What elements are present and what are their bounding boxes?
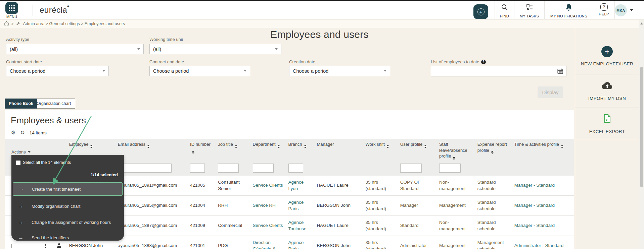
home-icon[interactable] xyxy=(4,21,9,27)
column-filter-input[interactable] xyxy=(190,164,205,173)
grid-menu-icon xyxy=(5,2,18,14)
creation-date-select[interactable]: Choose a period xyxy=(289,66,390,76)
my-tasks-button[interactable]: MY TASKS xyxy=(514,1,544,19)
cell-dept[interactable]: Direction Générale & xyxy=(253,240,288,249)
cell-expense: Standard schedule xyxy=(477,199,514,212)
cell-time[interactable]: Manager - Standard xyxy=(514,182,574,189)
help-button[interactable]: ? HELP xyxy=(593,1,614,19)
cell-job: RRH xyxy=(218,202,252,209)
cell-dept[interactable]: Service Clients xyxy=(253,182,288,189)
menu-item[interactable]: →Send the identifiers xyxy=(13,231,123,244)
sort-icon[interactable] xyxy=(235,145,237,148)
column-filter-input[interactable] xyxy=(218,164,239,173)
cell-id: 421005 xyxy=(190,182,218,189)
sort-icon[interactable] xyxy=(561,145,563,148)
sort-icon[interactable] xyxy=(192,151,194,154)
column-header[interactable]: Email address xyxy=(118,139,190,176)
menu-item[interactable]: →Create the first timesheet xyxy=(13,182,123,196)
cell-id: 421004 xyxy=(190,202,218,209)
cell-branch[interactable]: Agence Paris xyxy=(288,199,317,212)
chevron-down-icon xyxy=(137,48,140,50)
column-header[interactable]: User profile xyxy=(400,139,439,176)
import-dsn-button[interactable]: IMPORT MY DSN xyxy=(575,74,639,108)
scroll-up-arrow-icon[interactable] xyxy=(640,22,643,24)
column-header[interactable]: Branch xyxy=(288,139,317,176)
calendar-icon[interactable] xyxy=(557,68,564,75)
column-filter-input[interactable] xyxy=(439,164,461,173)
cell-time[interactable]: Administrator - Standard xyxy=(514,243,574,249)
cell-branch[interactable]: Agence Paris xyxy=(288,240,317,249)
my-notifications-button[interactable]: MY NOTIFICATIONS xyxy=(544,1,593,19)
cell-staff: Management xyxy=(439,243,477,249)
chevron-down-icon xyxy=(28,151,31,153)
cell-branch[interactable]: Agence Toulouse xyxy=(288,220,317,232)
menu-item[interactable]: →Modify organisation chart xyxy=(13,199,123,213)
activity-type-select[interactable]: (all) xyxy=(6,44,144,54)
scrollbar-thumb[interactable] xyxy=(640,67,643,187)
cell-expense: Standard schedule xyxy=(477,220,514,232)
column-filter-input[interactable] xyxy=(253,164,274,173)
sort-icon[interactable] xyxy=(277,145,280,148)
column-filter-input[interactable] xyxy=(118,164,172,173)
employees-to-date-label: List of employees to date ? xyxy=(431,59,486,64)
column-header[interactable]: ID number xyxy=(190,139,218,176)
find-button[interactable]: FIND xyxy=(495,1,514,19)
vertical-scrollbar[interactable] xyxy=(639,20,644,249)
column-header[interactable]: Expense report profile xyxy=(477,139,514,176)
cell-time[interactable]: Manager - Standard xyxy=(514,202,574,209)
cell-dept[interactable]: Service RH xyxy=(253,202,288,209)
help-badge-icon[interactable]: ? xyxy=(481,60,486,64)
working-time-unit-select[interactable]: (all) xyxy=(149,44,281,54)
column-header[interactable]: Staff leave/absence profile xyxy=(439,139,477,176)
help-icon: ? xyxy=(600,3,608,11)
column-header[interactable]: Time & activities profile xyxy=(514,139,574,176)
app-header: MENU eurécia✱ + FIND xyxy=(0,1,644,19)
cell-id: 421009 xyxy=(190,223,218,229)
cell-branch[interactable]: Agence Lyon xyxy=(288,179,317,192)
sort-icon[interactable] xyxy=(304,145,307,148)
cell-user: COPY OF Standard xyxy=(400,179,439,192)
column-header: Manager xyxy=(317,139,365,176)
breadcrumb[interactable]: > Admin area > General settings > Employ… xyxy=(0,20,639,28)
settings-gear-icon[interactable]: ⚙ xyxy=(11,130,15,135)
cell-email: ayouran05_1887@gmail.com xyxy=(118,223,190,229)
main-menu-button[interactable]: MENU xyxy=(4,2,19,19)
sort-icon[interactable] xyxy=(453,157,455,160)
excel-export-button[interactable]: x EXCEL EXPORT xyxy=(575,108,639,140)
sort-icon[interactable] xyxy=(386,145,389,148)
quick-add-button[interactable]: + xyxy=(467,1,495,19)
select-all-checkbox[interactable]: Select all the 14 elements xyxy=(16,160,71,165)
cell-time[interactable]: Manager - Standard xyxy=(514,223,574,229)
menu-label: MENU xyxy=(4,15,19,19)
column-header[interactable]: Department xyxy=(253,139,288,176)
cell-dept[interactable]: Service Clients xyxy=(253,223,288,229)
column-filter-input[interactable] xyxy=(288,164,303,173)
contract-end-label: Contract end date xyxy=(149,59,184,64)
display-button[interactable]: Display xyxy=(538,86,563,98)
chevron-down-icon xyxy=(630,9,633,11)
column-header[interactable]: Job title xyxy=(218,139,252,176)
refresh-icon[interactable]: ↻ xyxy=(20,130,25,135)
user-account-button[interactable]: MKA xyxy=(614,1,644,19)
chevron-down-icon xyxy=(244,70,246,72)
sort-icon[interactable] xyxy=(147,145,150,148)
sort-icon[interactable] xyxy=(424,145,427,148)
working-time-unit-label: Working time unit xyxy=(149,39,250,43)
employees-to-date-input[interactable] xyxy=(431,66,566,76)
menu-item[interactable]: →Change the assignment of working hours xyxy=(13,215,123,229)
bell-icon xyxy=(564,3,573,13)
sort-icon[interactable] xyxy=(491,151,494,154)
tab-phone-book[interactable]: Phone Book xyxy=(5,99,37,109)
actions-column-header[interactable]: Actions xyxy=(11,149,31,154)
cell-work: 35 hrs (standard) xyxy=(365,220,400,232)
column-header[interactable]: Work shift xyxy=(365,139,400,176)
contract-end-select[interactable]: Choose a period xyxy=(149,66,250,76)
excel-file-icon: x xyxy=(602,114,612,125)
logo-star-icon: ✱ xyxy=(67,5,70,8)
tab-organization-chart[interactable]: Organization chart xyxy=(32,99,75,109)
column-filter-input[interactable] xyxy=(400,164,422,173)
plus-circle-icon: + xyxy=(601,46,613,57)
eurecia-logo[interactable]: eurécia✱ xyxy=(40,5,70,15)
sort-icon[interactable] xyxy=(90,145,93,148)
contract-start-select[interactable]: Choose a period xyxy=(6,66,109,76)
